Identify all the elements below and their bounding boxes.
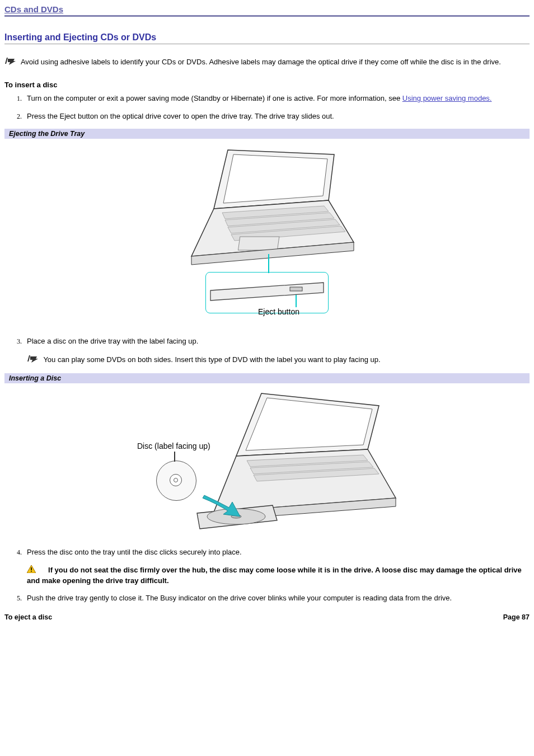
callout-connector-2 xyxy=(174,452,175,462)
step-2: Press the Eject button on the optical dr… xyxy=(24,111,530,121)
step-4-text: Press the disc onto the tray until the d… xyxy=(27,548,242,556)
svg-rect-1 xyxy=(290,287,302,291)
step-4-warning: If you do not seat the disc firmly over … xyxy=(27,565,530,585)
page-number: Page 87 xyxy=(503,613,530,621)
note-icon xyxy=(4,57,17,68)
figure-2: Disc (label facing up) xyxy=(4,383,530,547)
warning-icon xyxy=(27,565,36,576)
step-3-text: Place a disc on the drive tray with the … xyxy=(27,337,198,345)
note-text: Avoid using adhesive labels to identify … xyxy=(21,58,501,66)
figure-1: Eject button xyxy=(4,139,530,336)
note-icon xyxy=(27,354,39,366)
link-power-saving-modes[interactable]: Using power saving modes. xyxy=(402,94,492,102)
eject-heading: To eject a disc xyxy=(4,613,52,621)
step-4: Press the disc onto the tray until the d… xyxy=(24,547,530,585)
step-5: Push the drive tray gently to close it. … xyxy=(24,593,530,603)
callout-label-disc: Disc (label facing up) xyxy=(137,442,210,450)
callout-connector-1 xyxy=(268,254,269,273)
svg-rect-5 xyxy=(31,571,32,572)
callout-label-eject: Eject button xyxy=(245,307,312,316)
insert-heading: To insert a disc xyxy=(4,81,530,89)
note-adhesive-labels: Avoid using adhesive labels to identify … xyxy=(4,57,530,68)
callout-box-eject: Eject button xyxy=(205,272,329,313)
step-3-note-text: You can play some DVDs on both sides. In… xyxy=(43,355,380,364)
figure-2-caption: Inserting a Disc xyxy=(4,373,530,383)
step-1-text: Turn on the computer or exit a power sav… xyxy=(27,94,402,102)
step-3: Place a disc on the drive tray with the … xyxy=(24,336,530,365)
step-1: Turn on the computer or exit a power sav… xyxy=(24,93,530,104)
figure-1-caption: Ejecting the Drive Tray xyxy=(4,129,530,139)
step-4-warning-text: If you do not seat the disc firmly over … xyxy=(27,566,522,585)
section-title: Inserting and Ejecting CDs or DVDs xyxy=(4,32,530,44)
svg-rect-4 xyxy=(31,567,32,570)
breadcrumb[interactable]: CDs and DVDs xyxy=(4,4,530,17)
disc-illustration xyxy=(156,461,196,501)
step-3-note: You can play some DVDs on both sides. In… xyxy=(27,354,530,366)
svg-rect-0 xyxy=(238,237,279,250)
